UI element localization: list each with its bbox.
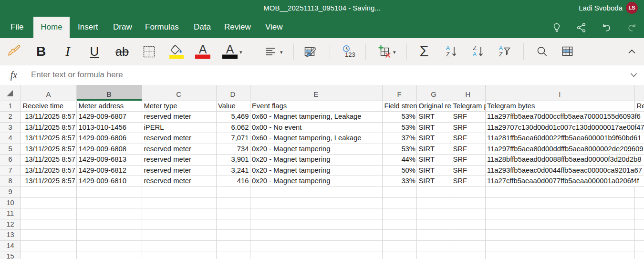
- select-all-triangle-icon[interactable]: [7, 90, 13, 96]
- cell-D7[interactable]: 3,241: [217, 165, 250, 176]
- cell-A2[interactable]: 13/11/2025 8:57: [21, 111, 76, 122]
- cell-D1[interactable]: Value: [217, 101, 237, 112]
- cell-I3[interactable]: 11a29707c130d00d01c007c130d0000017ae00f4…: [486, 122, 644, 133]
- cell-G4[interactable]: SIRT: [417, 133, 435, 144]
- tab-review[interactable]: Review: [224, 17, 251, 38]
- tab-formulas[interactable]: Formulas: [145, 17, 179, 38]
- row-header-12[interactable]: 12: [0, 219, 21, 230]
- tab-view[interactable]: View: [265, 17, 283, 38]
- cell-I1[interactable]: Telegram bytes: [486, 101, 536, 112]
- cell-D6[interactable]: 3,901: [217, 154, 250, 165]
- cell-B5[interactable]: 1429-009-6808: [77, 144, 127, 155]
- column-header-C[interactable]: C: [142, 85, 216, 101]
- undo-icon[interactable]: [601, 22, 613, 33]
- tab-draw[interactable]: Draw: [113, 17, 132, 38]
- cell-A3[interactable]: 13/11/2025 8:57: [21, 122, 76, 133]
- row-header-5[interactable]: 5: [0, 144, 21, 155]
- row-header-9[interactable]: 9: [0, 186, 21, 197]
- cell-F3[interactable]: 53%: [383, 122, 416, 133]
- cell-J1[interactable]: Re: [635, 101, 644, 112]
- cell-C1[interactable]: Meter type: [142, 101, 178, 112]
- row-header-6[interactable]: 6: [0, 154, 21, 165]
- cell-D8[interactable]: 416: [217, 176, 250, 186]
- cell-A4[interactable]: 13/11/2025 8:57: [21, 133, 76, 144]
- cell-F4[interactable]: 37%: [383, 133, 416, 144]
- strikethrough-icon[interactable]: ab: [114, 38, 131, 65]
- column-header-right[interactable]: [634, 85, 644, 101]
- cell-B7[interactable]: 1429-009-6812: [77, 165, 127, 176]
- row-header-2[interactable]: 2: [0, 111, 21, 122]
- row-header-11[interactable]: 11: [0, 208, 21, 219]
- tab-insert[interactable]: Insert: [78, 17, 98, 38]
- column-header-H[interactable]: H: [451, 85, 485, 101]
- cell-B3[interactable]: 1013-010-1456: [77, 122, 127, 133]
- row-header-13[interactable]: 13: [0, 229, 21, 240]
- font-color-black-icon[interactable]: A ▾: [221, 38, 239, 65]
- cell-F8[interactable]: 33%: [383, 176, 416, 186]
- cell-H6[interactable]: SRF: [451, 154, 468, 165]
- cell-D3[interactable]: 6.062: [217, 122, 250, 133]
- italic-icon[interactable]: I: [59, 38, 76, 65]
- cell-C8[interactable]: reserved meter: [142, 176, 192, 186]
- cell-E7[interactable]: 0x20 - Magnet tampering: [250, 165, 332, 176]
- formula-input[interactable]: Enter text or formula here: [31, 65, 123, 85]
- lightbulb-icon[interactable]: [551, 22, 562, 33]
- cell-G6[interactable]: SIRT: [417, 154, 435, 165]
- font-color-red-icon[interactable]: A: [194, 38, 211, 65]
- column-header-B[interactable]: B: [76, 85, 142, 101]
- cell-B4[interactable]: 1429-009-6806: [77, 133, 127, 144]
- column-header-E[interactable]: E: [250, 85, 383, 101]
- cell-I8[interactable]: 11a27cffb5aeaa0d0077ffb5aeaa000001a0206f…: [486, 176, 640, 186]
- cell-H8[interactable]: SRF: [451, 176, 468, 186]
- cell-F5[interactable]: 53%: [383, 144, 416, 155]
- underline-icon[interactable]: U: [86, 38, 103, 65]
- cell-B2[interactable]: 1429-009-6807: [77, 111, 127, 122]
- cell-A1[interactable]: Receive time: [21, 101, 64, 112]
- cell-C5[interactable]: reserved meter: [142, 144, 192, 155]
- column-header-A[interactable]: A: [21, 85, 76, 101]
- row-header-15[interactable]: 15: [0, 251, 21, 259]
- sort-ascending-icon[interactable]: A Z: [443, 38, 460, 65]
- row-header-7[interactable]: 7: [0, 165, 21, 176]
- share-icon[interactable]: [576, 22, 587, 33]
- cell-A7[interactable]: 13/11/2025 8:57: [21, 165, 76, 176]
- row-header-14[interactable]: 14: [0, 240, 21, 251]
- cell-F1[interactable]: Field stren: [383, 101, 417, 112]
- cell-H1[interactable]: Telegram p: [451, 101, 486, 112]
- cell-I7[interactable]: 11a293ffb5aeac0d0044ffb5aeac00000ca9201a…: [486, 165, 643, 176]
- tab-data[interactable]: Data: [194, 17, 211, 38]
- sort-filter-icon[interactable]: A Z: [496, 38, 513, 65]
- format-painter-icon[interactable]: [6, 38, 23, 65]
- cell-H2[interactable]: SRF: [451, 111, 468, 122]
- cell-G8[interactable]: SIRT: [417, 176, 435, 186]
- insert-delete-cells-icon[interactable]: ▾: [376, 38, 393, 65]
- cell-F6[interactable]: 44%: [383, 154, 416, 165]
- cell-B1[interactable]: Meter address: [77, 101, 125, 112]
- cell-E2[interactable]: 0x60 - Magnet tampering, Leakage: [250, 111, 363, 122]
- borders-icon[interactable]: [140, 38, 157, 65]
- cell-G2[interactable]: SIRT: [417, 111, 435, 122]
- cell-D4[interactable]: 7,071: [217, 133, 250, 144]
- cell-G7[interactable]: SIRT: [417, 165, 435, 176]
- column-header-D[interactable]: D: [216, 85, 250, 101]
- cell-D2[interactable]: 5,469: [217, 111, 250, 122]
- cell-B6[interactable]: 1429-009-6813: [77, 154, 127, 165]
- row-header-1[interactable]: 1: [0, 101, 21, 112]
- column-header-G[interactable]: G: [416, 85, 451, 101]
- cell-G5[interactable]: SIRT: [417, 144, 435, 155]
- fill-color-icon[interactable]: [168, 38, 185, 65]
- cell-G3[interactable]: SIRT: [417, 122, 435, 133]
- cell-A6[interactable]: 13/11/2025 8:57: [21, 154, 76, 165]
- formula-expand-chevron-icon[interactable]: [630, 65, 637, 85]
- cell-C6[interactable]: reserved meter: [142, 154, 192, 165]
- cell-E8[interactable]: 0x20 - Magnet tampering: [250, 176, 332, 186]
- cell-C7[interactable]: reserved meter: [142, 165, 192, 176]
- cell-F2[interactable]: 53%: [383, 111, 416, 122]
- column-header-F[interactable]: F: [382, 85, 416, 101]
- row-header-4[interactable]: 4: [0, 133, 21, 144]
- cell-styles-icon[interactable]: [301, 38, 319, 65]
- cell-C2[interactable]: reserved meter: [142, 111, 192, 122]
- cell-B8[interactable]: 1429-009-6810: [77, 176, 127, 186]
- search-icon[interactable]: [533, 38, 551, 65]
- cell-E3[interactable]: 0x00 - No event: [250, 122, 302, 133]
